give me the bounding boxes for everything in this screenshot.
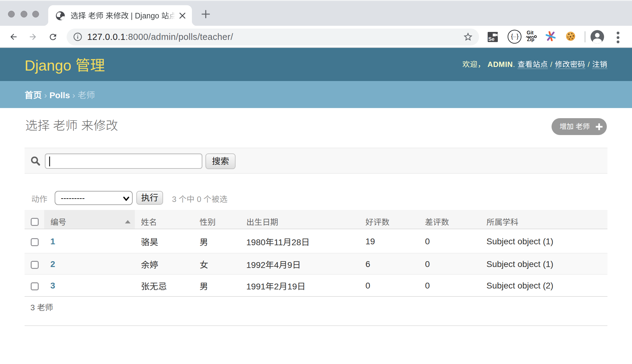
svg-text:Se: Se xyxy=(488,36,494,42)
